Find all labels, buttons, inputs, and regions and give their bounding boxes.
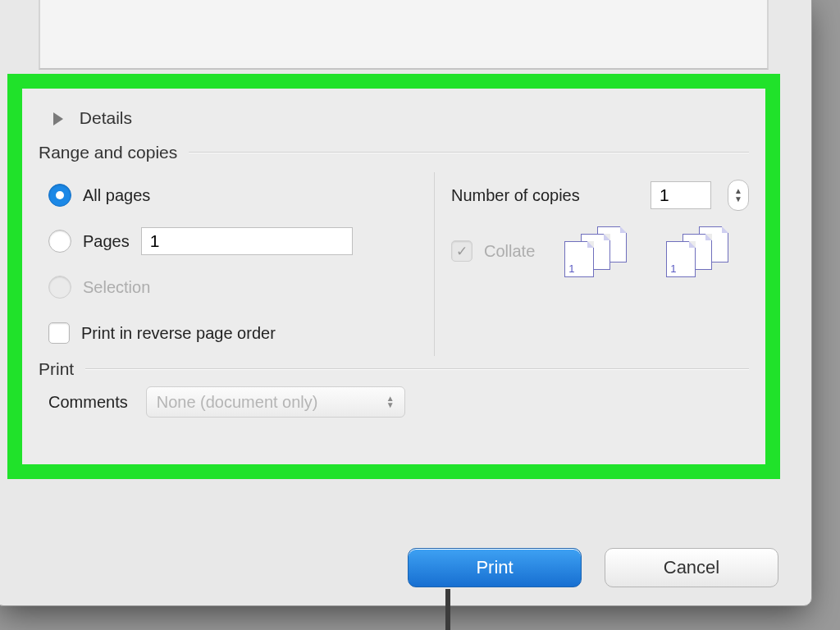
- all-pages-label: All pages: [83, 186, 150, 205]
- pages-radio[interactable]: [48, 230, 71, 253]
- print-title-text: Print: [39, 359, 74, 379]
- print-dialog-window: Details Range and copies All pages Pages: [0, 0, 812, 606]
- cancel-button-label: Cancel: [664, 557, 719, 578]
- reverse-order-checkbox[interactable]: [48, 322, 70, 344]
- page-number: 1: [670, 262, 676, 275]
- section-rule: [189, 152, 749, 153]
- comments-value: None (document only): [157, 393, 318, 412]
- comments-dropdown[interactable]: None (document only): [146, 386, 405, 418]
- reverse-order-row[interactable]: Print in reverse page order: [48, 310, 434, 356]
- pages-label: Pages: [83, 232, 130, 251]
- dropdown-arrows-icon: [386, 395, 395, 409]
- selection-radio: [48, 276, 71, 299]
- range-and-copies-title: Range and copies: [39, 143, 749, 162]
- copies-row: Number of copies: [451, 172, 749, 218]
- reverse-order-label: Print in reverse page order: [81, 324, 276, 343]
- stepper-down-icon[interactable]: [734, 195, 742, 203]
- selection-label: Selection: [83, 278, 150, 297]
- all-pages-row[interactable]: All pages: [48, 172, 434, 218]
- comments-label: Comments: [48, 393, 128, 412]
- section-rule: [85, 368, 749, 370]
- collate-checkbox: [451, 240, 472, 262]
- copies-label: Number of copies: [451, 186, 580, 205]
- collate-row: Collate 3 2 1 3 2 1: [451, 218, 749, 284]
- comments-row: Comments None (document only): [39, 379, 749, 425]
- upper-panel-placeholder: [39, 0, 769, 70]
- shadow-strip: [445, 589, 450, 630]
- pages-row[interactable]: Pages: [48, 218, 434, 264]
- cancel-button[interactable]: Cancel: [605, 548, 778, 587]
- selection-row: Selection: [48, 264, 434, 310]
- range-title-text: Range and copies: [39, 143, 177, 162]
- collate-illustration: 3 2 1 3 2 1: [564, 226, 735, 276]
- print-section-title: Print: [39, 359, 749, 379]
- all-pages-radio[interactable]: [48, 184, 71, 207]
- highlighted-region: Details Range and copies All pages Pages: [7, 74, 780, 479]
- print-button[interactable]: Print: [408, 548, 582, 587]
- collate-stack-2: 3 2 1: [666, 226, 735, 276]
- copies-stepper[interactable]: [728, 180, 749, 211]
- print-button-label: Print: [476, 557, 513, 578]
- dialog-button-bar: Print Cancel: [408, 548, 778, 587]
- details-label: Details: [80, 108, 132, 127]
- collate-label: Collate: [484, 242, 535, 261]
- page-number: 1: [568, 262, 574, 275]
- range-and-copies-body: All pages Pages Selection Print in rever…: [39, 172, 749, 356]
- copies-input[interactable]: [651, 181, 711, 209]
- pages-input[interactable]: [141, 227, 353, 255]
- disclosure-triangle-icon: [53, 112, 63, 126]
- collate-stack-1: 3 2 1: [564, 226, 633, 276]
- details-disclosure[interactable]: Details: [39, 100, 749, 131]
- range-right-column: Number of copies Collate 3 2: [434, 172, 749, 356]
- range-left-column: All pages Pages Selection Print in rever…: [39, 172, 434, 356]
